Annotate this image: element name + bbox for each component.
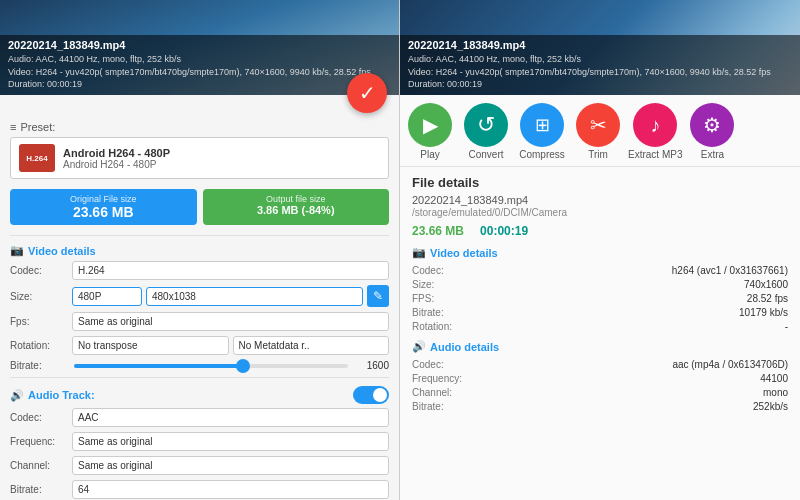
preset-label: ≡ Preset:	[10, 121, 389, 133]
video-detail-row: Rotation:-	[412, 321, 788, 332]
orig-label: Original File size	[18, 194, 189, 204]
extra-icon: ⚙	[690, 103, 734, 147]
codec-row: Codec: H.264	[10, 261, 389, 280]
convert-label: Convert	[468, 149, 503, 160]
size-edit-button[interactable]: ✎	[367, 285, 389, 307]
right-panel: 20220214_183849.mp4 Audio: AAC, 44100 Hz…	[400, 0, 800, 500]
left-audio-meta: Audio: AAC, 44100 Hz, mono, fltp, 252 kb…	[8, 53, 391, 66]
right-detail-path: /storage/emulated/0/DCIM/Camera	[412, 207, 788, 218]
fps-label: Fps:	[10, 316, 68, 327]
detail-val: 44100	[482, 373, 788, 384]
trim-icon: ✂	[576, 103, 620, 147]
file-details-title: File details	[412, 175, 788, 190]
right-file-duration: 00:00:19	[480, 224, 528, 238]
left-video-meta: Video: H264 - yuv420p( smpte170m/bt470bg…	[8, 66, 391, 79]
fps-select[interactable]: Same as original	[72, 312, 389, 331]
audio-codec-label: Codec:	[10, 412, 68, 423]
video-camera-icon: 📷	[10, 244, 24, 257]
detail-val: h264 (avc1 / 0x31637661)	[482, 265, 788, 276]
right-audio-section: 🔊 Audio details Codec:aac (mp4a / 0x6134…	[412, 340, 788, 412]
convert-button[interactable]: ↺ Convert	[460, 103, 512, 160]
settings-scroll: 📷 Video details Codec: H.264 Size: 480P …	[0, 231, 399, 500]
bitrate-value: 1600	[354, 360, 389, 371]
video-detail-row: Size:740x1600	[412, 279, 788, 290]
right-thumb-overlay: 20220214_183849.mp4 Audio: AAC, 44100 Hz…	[400, 35, 800, 95]
right-audio-detail-icon: 🔊	[412, 340, 426, 353]
right-stats-row: 23.66 MB 00:00:19	[412, 224, 788, 238]
video-details-header: 📷 Video details	[10, 235, 389, 261]
audio-freq-select[interactable]: Same as original	[72, 432, 389, 451]
detail-val: aac (mp4a / 0x6134706D)	[482, 359, 788, 370]
detail-key: Bitrate:	[412, 401, 482, 412]
codec-select[interactable]: H.264	[72, 261, 389, 280]
size-label: Size:	[10, 291, 68, 302]
size-select-custom[interactable]: 480x1038	[146, 287, 363, 306]
compress-icon: ⊞	[520, 103, 564, 147]
audio-bitrate-select[interactable]: 64	[72, 480, 389, 499]
orig-value: 23.66 MB	[18, 204, 189, 220]
compress-label: Compress	[519, 149, 565, 160]
detail-val: mono	[482, 387, 788, 398]
right-video-section: 📷 Video details Codec:h264 (avc1 / 0x316…	[412, 246, 788, 332]
detail-key: Size:	[412, 279, 482, 290]
out-value: 3.86 MB (-84%)	[211, 204, 382, 216]
audio-toggle[interactable]	[353, 386, 389, 404]
detail-key: Bitrate:	[412, 307, 482, 318]
size-select-main[interactable]: 480P	[72, 287, 142, 306]
audio-detail-row: Frequency:44100	[412, 373, 788, 384]
rotation-select-2[interactable]: No Metatdata r..	[233, 336, 390, 355]
extract-icon: ♪	[633, 103, 677, 147]
audio-detail-row: Channel:mono	[412, 387, 788, 398]
right-details-scroll: File details 20220214_183849.mp4 /storag…	[400, 167, 800, 500]
detail-val: 740x1600	[482, 279, 788, 290]
slider-thumb	[236, 359, 250, 373]
detail-key: Rotation:	[412, 321, 482, 332]
preset-section: ≡ Preset: H.264 Android H264 - 480P Andr…	[0, 117, 399, 183]
extract-label: Extract MP3	[628, 149, 682, 160]
toggle-knob	[373, 388, 387, 402]
bitrate-label: Bitrate:	[10, 360, 68, 371]
right-video-header: 📷 Video details	[412, 246, 788, 261]
video-detail-row: Bitrate:10179 kb/s	[412, 307, 788, 318]
compress-button[interactable]: ⊞ Compress	[516, 103, 568, 160]
extra-button[interactable]: ⚙ Extra	[686, 103, 738, 160]
audio-channel-select[interactable]: Same as original	[72, 456, 389, 475]
rotation-row: Rotation: No transpose No Metatdata r..	[10, 336, 389, 355]
detail-key: Codec:	[412, 359, 482, 370]
video-detail-row: Codec:h264 (avc1 / 0x31637661)	[412, 265, 788, 276]
filesize-row: Original File size 23.66 MB Output file …	[0, 183, 399, 231]
left-panel: 20220214_183849.mp4 Audio: AAC, 44100 Hz…	[0, 0, 400, 500]
output-filesize: Output file size 3.86 MB (-84%)	[203, 189, 390, 225]
preset-sub: Android H264 - 480P	[63, 159, 170, 170]
audio-freq-label: Frequenc:	[10, 436, 68, 447]
detail-key: Codec:	[412, 265, 482, 276]
size-row: Size: 480P 480x1038 ✎	[10, 285, 389, 307]
right-video-icon: 📷	[412, 246, 426, 259]
rotation-label: Rotation:	[10, 340, 68, 351]
play-label: Play	[420, 149, 439, 160]
out-label: Output file size	[211, 194, 382, 204]
detail-val: 28.52 fps	[482, 293, 788, 304]
left-duration: Duration: 00:00:19	[8, 78, 391, 91]
confirm-button[interactable]: ✓	[347, 73, 387, 113]
play-button[interactable]: ▶ Play	[404, 103, 456, 160]
bitrate-slider[interactable]	[74, 364, 348, 368]
audio-channel-row: Channel: Same as original	[10, 456, 389, 475]
extract-mp3-button[interactable]: ♪ Extract MP3	[628, 103, 682, 160]
right-video-rows: Codec:h264 (avc1 / 0x31637661)Size:740x1…	[412, 265, 788, 332]
extra-label: Extra	[701, 149, 724, 160]
audio-bitrate-label: Bitrate:	[10, 484, 68, 495]
preset-box[interactable]: H.264 Android H264 - 480P Android H264 -…	[10, 137, 389, 179]
preset-info: Android H264 - 480P Android H264 - 480P	[63, 147, 170, 170]
right-filename: 20220214_183849.mp4	[408, 39, 792, 51]
left-thumb-overlay: 20220214_183849.mp4 Audio: AAC, 44100 Hz…	[0, 35, 399, 95]
video-detail-row: FPS:28.52 fps	[412, 293, 788, 304]
trim-button[interactable]: ✂ Trim	[572, 103, 624, 160]
audio-codec-select[interactable]: AAC	[72, 408, 389, 427]
audio-bitrate-row: Bitrate: 64	[10, 480, 389, 499]
play-icon: ▶	[408, 103, 452, 147]
bitrate-row: Bitrate: 1600	[10, 360, 389, 371]
convert-icon: ↺	[464, 103, 508, 147]
right-filesize: 23.66 MB	[412, 224, 464, 238]
rotation-select-1[interactable]: No transpose	[72, 336, 229, 355]
